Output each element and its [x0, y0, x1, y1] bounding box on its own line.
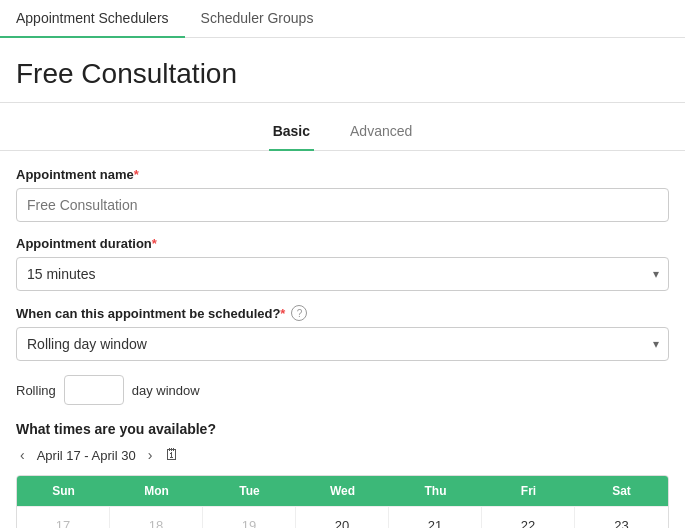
date-range-text: April 17 - April 30: [37, 448, 136, 463]
page-title-section: Free Consultation: [0, 38, 685, 103]
rolling-label: Rolling: [16, 383, 56, 398]
tab-basic[interactable]: Basic: [269, 115, 314, 151]
appointment-name-label: Appointment name*: [16, 167, 669, 182]
table-row[interactable]: 21: [389, 507, 482, 528]
cal-header-fri: Fri: [482, 476, 575, 506]
table-row[interactable]: 22: [482, 507, 575, 528]
cal-header-sat: Sat: [575, 476, 668, 506]
tab-advanced[interactable]: Advanced: [346, 115, 416, 151]
cal-header-sun: Sun: [17, 476, 110, 506]
appointment-duration-label: Appointment duration*: [16, 236, 669, 251]
table-row[interactable]: 19: [203, 507, 296, 528]
schedule-select[interactable]: Rolling day window Fixed date range: [16, 327, 669, 361]
tab-scheduler-groups[interactable]: Scheduler Groups: [185, 0, 330, 38]
schedule-label: When can this appointment be scheduled?*: [16, 306, 285, 321]
appointment-duration-field: Appointment duration* 15 minutes 30 minu…: [16, 236, 669, 291]
next-date-button[interactable]: ›: [144, 445, 157, 465]
rolling-suffix: day window: [132, 383, 200, 398]
calendar-header: Sun Mon Tue Wed Thu Fri Sat: [17, 476, 668, 506]
calendar-grid: Sun Mon Tue Wed Thu Fri Sat 17 18 19 20 …: [16, 475, 669, 528]
cal-header-tue: Tue: [203, 476, 296, 506]
appointment-duration-select[interactable]: 15 minutes 30 minutes 45 minutes 60 minu…: [16, 257, 669, 291]
table-row[interactable]: 20: [296, 507, 389, 528]
tab-appointment-schedulers[interactable]: Appointment Schedulers: [0, 0, 185, 38]
prev-date-button[interactable]: ‹: [16, 445, 29, 465]
times-section: What times are you available? ‹ April 17…: [16, 421, 669, 528]
schedule-help-icon[interactable]: ?: [291, 305, 307, 321]
schedule-select-wrapper: Rolling day window Fixed date range ▾: [16, 327, 669, 361]
table-row[interactable]: 18: [110, 507, 203, 528]
form-area: Appointment name* Free Consultation Appo…: [0, 151, 685, 528]
table-row[interactable]: 17: [17, 507, 110, 528]
appointment-name-input[interactable]: Free Consultation: [16, 188, 669, 222]
times-label: What times are you available?: [16, 421, 669, 437]
appointment-duration-select-wrapper: 15 minutes 30 minutes 45 minutes 60 minu…: [16, 257, 669, 291]
calendar-icon[interactable]: 🗓: [164, 446, 180, 464]
date-range-row: ‹ April 17 - April 30 › 🗓: [16, 445, 669, 465]
appointment-name-field: Appointment name* Free Consultation: [16, 167, 669, 222]
rolling-days-input[interactable]: 14: [64, 375, 124, 405]
schedule-label-row: When can this appointment be scheduled?*…: [16, 305, 669, 321]
cal-header-mon: Mon: [110, 476, 203, 506]
cal-header-wed: Wed: [296, 476, 389, 506]
schedule-window-field: When can this appointment be scheduled?*…: [16, 305, 669, 361]
sub-tabs-bar: Basic Advanced: [0, 103, 685, 151]
table-row[interactable]: 23: [575, 507, 668, 528]
top-tabs-bar: Appointment Schedulers Scheduler Groups: [0, 0, 685, 38]
rolling-row: Rolling 14 day window: [16, 375, 669, 405]
cal-header-thu: Thu: [389, 476, 482, 506]
calendar-body-row: 17 18 19 20 21 22 23: [17, 506, 668, 528]
page-title: Free Consultation: [16, 58, 669, 90]
